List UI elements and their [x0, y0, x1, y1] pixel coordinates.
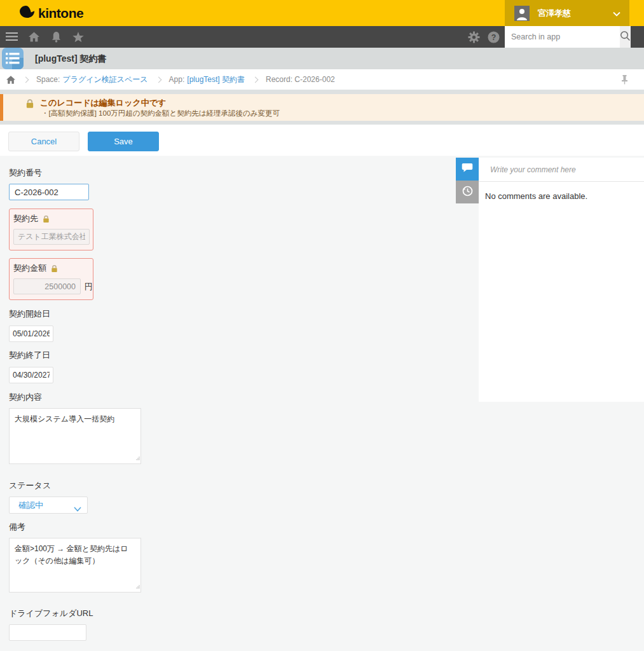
bell-icon[interactable]: [50, 31, 62, 43]
home-icon[interactable]: [27, 31, 40, 43]
drive-folder-url-input[interactable]: [9, 624, 86, 641]
locked-field-contract-amount: 契約金額 円: [9, 258, 93, 300]
breadcrumb-space-link[interactable]: プラグイン検証スペース: [62, 74, 147, 85]
contract-amount-input: [13, 278, 81, 294]
global-navbar: ?: [0, 26, 644, 48]
breadcrumb: Space: プラグイン検証スペース App: [plugTest] 契約書 R…: [0, 69, 644, 90]
field-label-end-date: 契約終了日: [9, 350, 448, 361]
banner-detail: ・[高額契約保護] 100万円超の契約金額と契約先は経理承認後のみ変更可: [41, 109, 280, 118]
status-value: 確認中: [18, 500, 43, 511]
field-label-start-date: 契約開始日: [9, 308, 448, 320]
pin-icon[interactable]: [621, 75, 628, 86]
side-panel-tabs: [456, 158, 479, 203]
user-avatar-icon: [514, 6, 530, 21]
chevron-down-icon: [613, 8, 620, 19]
app-title-bar: [plugTest] 契約書: [0, 48, 644, 69]
contract-content-wrap: 大規模システム導入一括契約: [9, 408, 141, 464]
tab-comments[interactable]: [456, 158, 479, 181]
save-button[interactable]: Save: [88, 132, 159, 151]
comments-empty-message: No comments are available.: [485, 191, 644, 201]
global-header: kintone 宮澤孝慈: [0, 0, 644, 26]
comment-bubble-icon: [462, 163, 473, 175]
tab-record-history[interactable]: [456, 181, 479, 203]
kintone-logo[interactable]: kintone: [19, 0, 83, 26]
lock-icon: [50, 264, 58, 273]
navbar-right-icons: ?: [467, 26, 500, 48]
breadcrumb-separator: [155, 76, 161, 83]
field-label-contract-number: 契約番号: [9, 167, 448, 179]
field-label-drive-folder-url: ドライブフォルダURL: [9, 608, 448, 619]
kintone-bird-icon: [19, 5, 35, 21]
remarks-wrap: 金額>100万 → 金額と契約先はロック（その他は編集可）: [9, 538, 141, 593]
svg-text:?: ?: [491, 32, 496, 41]
spacer: [0, 90, 644, 94]
user-menu[interactable]: 宮澤孝慈: [505, 0, 629, 26]
search-button[interactable]: [620, 26, 631, 48]
breadcrumb-app-link[interactable]: [plugTest] 契約書: [187, 74, 245, 85]
app-search: [505, 26, 629, 48]
record-lock-banner: このレコードは編集ロック中です ・[高額契約保護] 100万円超の契約金額と契約…: [0, 94, 644, 121]
comments-panel: Write your comment here No comments are …: [479, 158, 644, 402]
locked-field-contract-party: 契約先: [9, 209, 93, 250]
start-date-input[interactable]: [9, 326, 53, 342]
gear-icon[interactable]: [467, 31, 480, 43]
breadcrumb-separator: [252, 76, 259, 83]
breadcrumb-separator: [23, 76, 29, 83]
contract-content-textarea[interactable]: 大規模システム導入一括契約: [9, 408, 141, 464]
hamburger-icon[interactable]: [5, 31, 18, 43]
contract-number-input[interactable]: [9, 184, 89, 200]
lock-icon: [42, 215, 50, 223]
resize-grip-icon[interactable]: [135, 580, 140, 591]
breadcrumb-home-icon[interactable]: [6, 76, 15, 84]
search-input[interactable]: [505, 26, 620, 48]
breadcrumb-app-prefix: App:: [169, 75, 185, 84]
field-label-status: ステータス: [9, 480, 448, 491]
comment-input[interactable]: Write your comment here: [479, 158, 644, 182]
comment-placeholder: Write your comment here: [490, 165, 576, 174]
record-form: 契約番号 契約先 契約金額: [9, 156, 448, 651]
record-form-area: 契約番号 契約先 契約金額: [0, 156, 644, 651]
field-label-contract-party: 契約先: [13, 213, 38, 224]
logo-text: kintone: [38, 6, 83, 21]
breadcrumb-record: Record: C-2026-002: [266, 75, 335, 84]
cancel-button[interactable]: Cancel: [8, 132, 79, 151]
history-clock-icon: [462, 185, 474, 200]
status-dropdown[interactable]: 確認中: [9, 497, 88, 514]
banner-title: このレコードは編集ロック中です: [40, 97, 166, 109]
search-icon: [620, 31, 631, 43]
record-action-bar: Cancel Save: [0, 125, 644, 156]
star-icon[interactable]: [72, 31, 85, 43]
end-date-input[interactable]: [9, 367, 53, 383]
currency-unit: 円: [85, 281, 93, 292]
remarks-textarea[interactable]: 金額>100万 → 金額と契約先はロック（その他は編集可）: [9, 538, 141, 593]
field-label-contract-content: 契約内容: [9, 392, 448, 403]
user-name: 宮澤孝慈: [538, 8, 613, 19]
contract-party-input: [13, 229, 90, 245]
field-label-remarks: 備考: [9, 521, 448, 533]
chevron-down-icon: [74, 503, 81, 514]
lock-icon: [25, 99, 35, 111]
navbar-left-icons: [5, 26, 85, 48]
app-list-icon[interactable]: [2, 48, 24, 69]
field-label-contract-amount: 契約金額: [13, 263, 46, 274]
breadcrumb-space-prefix: Space:: [36, 75, 60, 84]
kintone-record-edit-page: kintone 宮澤孝慈: [0, 0, 644, 651]
help-icon[interactable]: ?: [487, 31, 500, 43]
app-title: [plugTest] 契約書: [35, 48, 107, 69]
resize-grip-icon[interactable]: [135, 451, 140, 463]
